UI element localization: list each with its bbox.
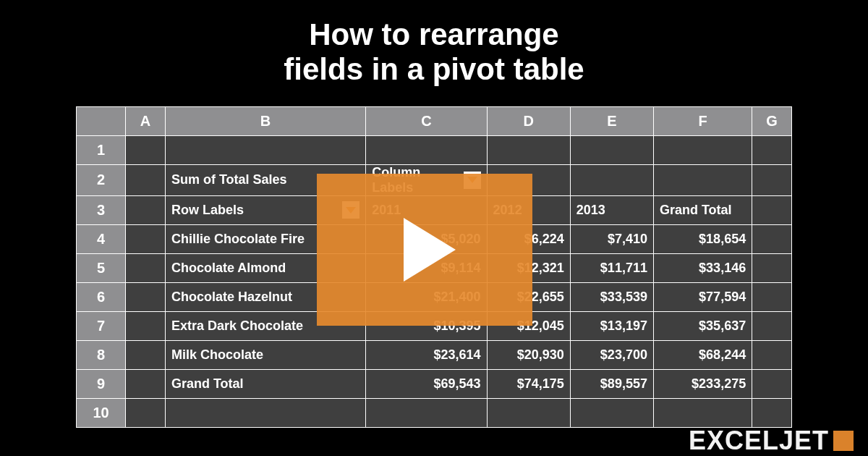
cell-e5[interactable]: $11,711 [570,253,653,282]
cell-f3[interactable]: Grand Total [653,195,752,224]
cell-e9[interactable]: $89,557 [570,369,653,398]
cell-a8[interactable] [126,340,166,369]
cell-g6[interactable] [752,282,792,311]
cell-c1[interactable] [366,135,487,164]
cell-c10[interactable] [366,398,487,427]
cell-e10[interactable] [570,398,653,427]
cell-f4[interactable]: $18,654 [653,224,752,253]
cell-f2[interactable] [653,164,752,195]
row-header-9[interactable]: 9 [77,369,126,398]
select-all-corner[interactable] [77,106,126,135]
cell-e8[interactable]: $23,700 [570,340,653,369]
cell-e3[interactable]: 2013 [570,195,653,224]
cell-g7[interactable] [752,311,792,340]
play-button[interactable] [317,174,532,326]
cell-a1[interactable] [126,135,166,164]
cell-e6[interactable]: $33,539 [570,282,653,311]
cell-g1[interactable] [752,135,792,164]
row-labels-text: Row Labels [171,203,244,218]
col-header-c[interactable]: C [366,106,487,135]
cell-f10[interactable] [653,398,752,427]
row-header-7[interactable]: 7 [77,311,126,340]
row-10: 10 [77,398,792,427]
row-header-10[interactable]: 10 [77,398,126,427]
cell-a10[interactable] [126,398,166,427]
page-title: How to rearrange fields in a pivot table [0,0,868,96]
brand-logo: EXCELJET [689,426,854,456]
cell-b9[interactable]: Grand Total [165,369,365,398]
row-header-1[interactable]: 1 [77,135,126,164]
cell-b1[interactable] [165,135,365,164]
cell-f7[interactable]: $35,637 [653,311,752,340]
cell-c8[interactable]: $23,614 [366,340,487,369]
row-9: 9 Grand Total $69,543 $74,175 $89,557 $2… [77,369,792,398]
play-icon [404,218,456,282]
brand-square-icon [833,431,854,451]
cell-c9[interactable]: $69,543 [366,369,487,398]
cell-b8[interactable]: Milk Chocolate [165,340,365,369]
cell-a3[interactable] [126,195,166,224]
cell-g10[interactable] [752,398,792,427]
col-header-d[interactable]: D [487,106,570,135]
cell-e2[interactable] [570,164,653,195]
cell-a4[interactable] [126,224,166,253]
cell-d1[interactable] [487,135,570,164]
cell-a6[interactable] [126,282,166,311]
column-header-row: A B C D E F G [77,106,792,135]
cell-f9[interactable]: $233,275 [653,369,752,398]
row-1: 1 [77,135,792,164]
title-line-1: How to rearrange [0,17,868,52]
cell-g3[interactable] [752,195,792,224]
col-header-b[interactable]: B [165,106,365,135]
row-header-6[interactable]: 6 [77,282,126,311]
cell-g5[interactable] [752,253,792,282]
brand-text: EXCELJET [689,426,829,456]
cell-f5[interactable]: $33,146 [653,253,752,282]
row-header-5[interactable]: 5 [77,253,126,282]
col-header-e[interactable]: E [570,106,653,135]
cell-b10[interactable] [165,398,365,427]
cell-e7[interactable]: $13,197 [570,311,653,340]
row-header-8[interactable]: 8 [77,340,126,369]
cell-g2[interactable] [752,164,792,195]
cell-g9[interactable] [752,369,792,398]
cell-d10[interactable] [487,398,570,427]
cell-g4[interactable] [752,224,792,253]
row-8: 8 Milk Chocolate $23,614 $20,930 $23,700… [77,340,792,369]
cell-a9[interactable] [126,369,166,398]
cell-f6[interactable]: $77,594 [653,282,752,311]
cell-d8[interactable]: $20,930 [487,340,570,369]
cell-e1[interactable] [570,135,653,164]
cell-f8[interactable]: $68,244 [653,340,752,369]
cell-e4[interactable]: $7,410 [570,224,653,253]
cell-g8[interactable] [752,340,792,369]
row-header-3[interactable]: 3 [77,195,126,224]
col-header-f[interactable]: F [653,106,752,135]
col-header-a[interactable]: A [126,106,166,135]
cell-d9[interactable]: $74,175 [487,369,570,398]
row-header-2[interactable]: 2 [77,164,126,195]
cell-f1[interactable] [653,135,752,164]
cell-a5[interactable] [126,253,166,282]
col-header-g[interactable]: G [752,106,792,135]
row-header-4[interactable]: 4 [77,224,126,253]
cell-a7[interactable] [126,311,166,340]
cell-a2[interactable] [126,164,166,195]
title-line-2: fields in a pivot table [0,52,868,87]
